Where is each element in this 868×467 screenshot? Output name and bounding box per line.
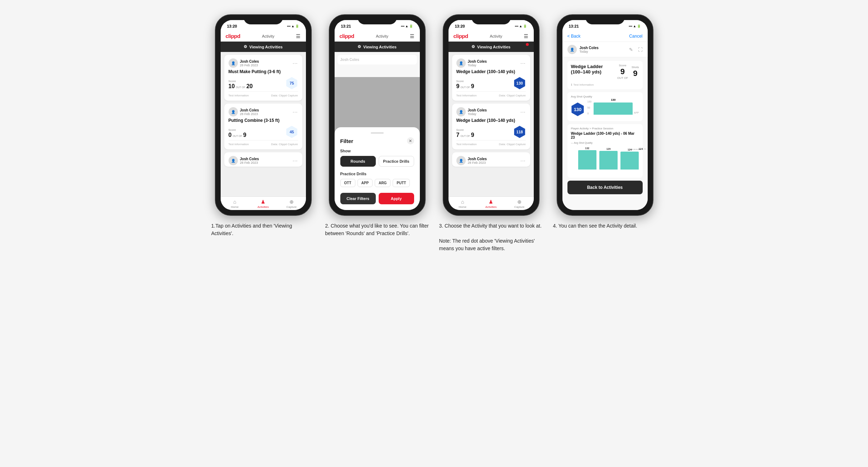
card-dots-3-3[interactable]: ··· bbox=[521, 158, 526, 163]
avatar-1-1: 👤 bbox=[229, 58, 238, 68]
aq-chart: 100 50 0 130 APP bbox=[588, 100, 639, 118]
tag-app[interactable]: APP bbox=[358, 179, 373, 187]
card-header-1-1: 👤 Josh Coles 28 Feb 2023 ··· bbox=[229, 58, 298, 68]
activity-card-1-3[interactable]: 👤 Josh Coles 28 Feb 2023 ··· bbox=[224, 152, 302, 167]
clear-filters-button[interactable]: Clear Filters bbox=[340, 193, 376, 204]
card-dots-3-2[interactable]: ··· bbox=[521, 109, 526, 115]
show-label: Show bbox=[340, 149, 414, 153]
tag-ott[interactable]: OTT bbox=[340, 179, 355, 187]
rounds-button[interactable]: Rounds bbox=[340, 156, 376, 167]
card-title-3-1: Wedge Ladder (100–140 yds) bbox=[456, 69, 526, 74]
tag-arg[interactable]: ARG bbox=[375, 179, 390, 187]
modal-close-button[interactable]: ✕ bbox=[407, 137, 414, 144]
detail-body: Wedge Ladder (100–140 yds) Score 9 OUT O… bbox=[562, 57, 648, 210]
card-dots-1-2[interactable]: ··· bbox=[293, 109, 298, 115]
activity-card-3-1[interactable]: 👤 Josh Coles Today ··· Wedge Ladder (100… bbox=[452, 55, 530, 101]
ps-title: Wedge Ladder (100–140 yds) - 06 Mar 23 bbox=[571, 132, 639, 139]
nav-activities-1[interactable]: ♟ Activities bbox=[249, 199, 277, 209]
app-logo-3: clippd bbox=[454, 33, 468, 39]
phone-col-1: 13:20 ▪▪▪ ▲ 🔋 clippd Activity ☰ ⚙ Viewin… bbox=[211, 14, 315, 237]
activity-card-3-3[interactable]: 👤 Josh Coles 28 Feb 2023 ··· bbox=[452, 152, 530, 167]
activity-card-1-2[interactable]: 👤 Josh Coles 28 Feb 2023 ··· Putting Com… bbox=[224, 104, 302, 149]
hamburger-icon-3[interactable]: ☰ bbox=[524, 33, 528, 39]
detail-drill-title: Wedge Ladder (100–140 yds) bbox=[571, 64, 610, 75]
avg-quality-section: Avg Shot Quality 130 100 50 0 bbox=[567, 92, 643, 121]
card-title-3-2: Wedge Ladder (100–140 yds) bbox=[456, 118, 526, 123]
filter-modal-sheet: Filter ✕ Show Rounds Practice Drills Pra… bbox=[335, 127, 420, 210]
filter-banner-text-1: Viewing Activities bbox=[249, 45, 283, 49]
filter-banner-1[interactable]: ⚙ Viewing Activities bbox=[221, 42, 306, 52]
sq-hex-3-2: 118 bbox=[514, 126, 526, 138]
activity-card-1-1[interactable]: 👤 Josh Coles 28 Feb 2023 ··· Must Make P… bbox=[224, 55, 302, 101]
status-icons-4: ▪▪▪ ▲ 🔋 bbox=[629, 24, 641, 28]
capture-icon-1: ⊕ bbox=[289, 199, 294, 205]
caption-1: 1.Tap on Activities and then 'Viewing Ac… bbox=[211, 222, 315, 237]
card-user-date-3-2: Today bbox=[468, 112, 521, 116]
practice-tags: OTT APP ARG PUTT bbox=[340, 179, 414, 187]
filter-banner-2[interactable]: ⚙ Viewing Activities bbox=[335, 42, 420, 52]
practice-drills-button[interactable]: Practice Drills bbox=[379, 156, 414, 167]
caption-2: 2. Choose what you'd like to see. You ca… bbox=[325, 222, 429, 237]
modal-actions: Clear Filters Apply bbox=[340, 193, 414, 204]
phone-col-2: 13:21 ▪▪▪ ▲ 🔋 clippd Activity ☰ ⚙ Viewin… bbox=[325, 14, 429, 237]
avatar-4: 👤 bbox=[567, 45, 577, 54]
card-user-name-3-3: Josh Coles bbox=[468, 157, 521, 161]
ps-sub-label: --- Avg Shot Quality bbox=[571, 142, 639, 144]
nav-capture-1[interactable]: ⊕ Capture bbox=[277, 199, 306, 209]
app-header-2: clippd Activity ☰ bbox=[335, 31, 420, 42]
score-stat-3-2: Score 7 OUT OF 9 bbox=[456, 128, 474, 138]
cancel-button[interactable]: Cancel bbox=[629, 34, 642, 39]
card-dots-3-1[interactable]: ··· bbox=[521, 60, 526, 66]
phone-frame-2: 13:21 ▪▪▪ ▲ 🔋 clippd Activity ☰ ⚙ Viewin… bbox=[329, 14, 426, 216]
phone-inner-1: 13:20 ▪▪▪ ▲ 🔋 clippd Activity ☰ ⚙ Viewin… bbox=[221, 20, 306, 210]
status-time-4: 13:21 bbox=[569, 24, 579, 28]
expand-icon[interactable]: ⛶ bbox=[638, 47, 643, 52]
avatar-1-2: 👤 bbox=[229, 107, 238, 116]
activities-icon-3: ♟ bbox=[489, 199, 493, 205]
bottom-nav-1: ⌂ Home ♟ Activities ⊕ Capture bbox=[221, 196, 306, 210]
app-center-1: Activity bbox=[262, 34, 274, 38]
card-user-date-3-1: Today bbox=[468, 63, 521, 67]
card-title-1-2: Putting Combine (3-15 ft) bbox=[229, 118, 298, 123]
aq-label: Avg Shot Quality bbox=[571, 95, 639, 98]
activity-list-1: 👤 Josh Coles 28 Feb 2023 ··· Must Make P… bbox=[221, 52, 306, 196]
phones-row: 13:20 ▪▪▪ ▲ 🔋 clippd Activity ☰ ⚙ Viewin… bbox=[211, 14, 657, 252]
phone-notch-4 bbox=[585, 15, 625, 24]
app-logo-1: clippd bbox=[226, 33, 240, 39]
card-user-date-1-2: 28 Feb 2023 bbox=[240, 112, 293, 116]
filter-banner-3[interactable]: ⚙ Viewing Activities bbox=[449, 42, 534, 52]
modal-title: Filter bbox=[340, 138, 354, 144]
card-dots-1-1[interactable]: ··· bbox=[293, 60, 298, 66]
sq-hex-1-2: 45 bbox=[286, 126, 298, 138]
bar-1 bbox=[578, 150, 596, 170]
card-user-name-3-2: Josh Coles bbox=[468, 108, 521, 112]
edit-icon[interactable]: ✎ bbox=[629, 47, 633, 52]
phone-frame-1: 13:20 ▪▪▪ ▲ 🔋 clippd Activity ☰ ⚙ Viewin… bbox=[215, 14, 312, 216]
apply-button[interactable]: Apply bbox=[379, 193, 414, 204]
card-header-1-3: 👤 Josh Coles 28 Feb 2023 ··· bbox=[229, 156, 298, 165]
nav-home-3[interactable]: ⌂ Home bbox=[449, 199, 477, 209]
back-button[interactable]: < Back bbox=[567, 34, 581, 39]
status-time-1: 13:20 bbox=[227, 24, 237, 28]
back-to-activities-button[interactable]: Back to Activities bbox=[567, 181, 643, 194]
hamburger-icon-2[interactable]: ☰ bbox=[410, 33, 414, 39]
bottom-nav-3: ⌂ Home ♟ Activities ⊕ Capture bbox=[449, 196, 534, 210]
tag-putt[interactable]: PUTT bbox=[393, 179, 410, 187]
avatar-3-2: 👤 bbox=[456, 107, 466, 116]
card-dots-1-3[interactable]: ··· bbox=[293, 158, 298, 163]
detail-user-row: 👤 Josh Coles Today ✎ ⛶ bbox=[562, 42, 648, 57]
sq-hex-3-1: 130 bbox=[514, 77, 526, 89]
nav-activities-3[interactable]: ♟ Activities bbox=[477, 199, 505, 209]
activity-card-3-2[interactable]: 👤 Josh Coles Today ··· Wedge Ladder (100… bbox=[452, 104, 530, 149]
hamburger-icon-1[interactable]: ☰ bbox=[296, 33, 301, 39]
card-stats-1-2: Score 0 OUT OF 9 45 bbox=[229, 126, 298, 138]
avatar-1-3: 👤 bbox=[229, 156, 238, 165]
nav-home-1[interactable]: ⌂ Home bbox=[221, 199, 249, 209]
nav-capture-3[interactable]: ⊕ Capture bbox=[505, 199, 533, 209]
show-filter-buttons: Rounds Practice Drills bbox=[340, 156, 414, 167]
phone-notch-2 bbox=[358, 15, 397, 24]
bar-3 bbox=[620, 152, 639, 170]
filter-banner-icon-1: ⚙ bbox=[244, 44, 247, 49]
card-header-3-1: 👤 Josh Coles Today ··· bbox=[456, 58, 526, 68]
modal-header: Filter ✕ bbox=[340, 137, 414, 144]
